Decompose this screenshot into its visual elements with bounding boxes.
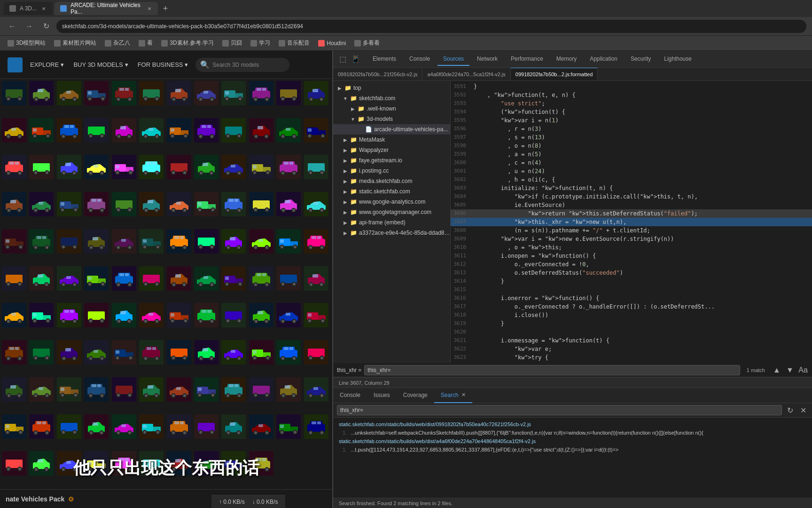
nav-business[interactable]: FOR BUSINESS ▾ — [138, 61, 188, 68]
file-tab-3[interactable]: 09918202fa7b50b...2.js:formatted — [511, 68, 598, 81]
svg-rect-263 — [97, 199, 101, 202]
tab-2-close[interactable]: ✕ — [147, 5, 152, 12]
svg-point-222 — [266, 171, 269, 174]
tab-2[interactable]: ARCADE: Ultimate Vehicles Pa... ✕ — [55, 2, 158, 15]
svg-point-795 — [7, 468, 10, 470]
svg-point-228 — [293, 172, 296, 175]
devtools-tab-lighthouse[interactable]: Lighthouse — [658, 53, 697, 66]
tree-item-wappalyzer[interactable]: ▶ 📁 Wappalyzer — [333, 145, 450, 155]
tree-item-google-analytics[interactable]: ▶ 📁 www.google-analytics.com — [333, 197, 450, 207]
vehicle-cell — [29, 192, 54, 216]
bookmark-misc-icon — [105, 40, 111, 47]
refresh-button[interactable]: ↻ — [39, 20, 53, 33]
devtools-inspect-icon[interactable]: ⬚ — [337, 54, 348, 65]
svg-point-434 — [156, 283, 158, 286]
devtools-tab-elements[interactable]: Elements — [367, 53, 402, 66]
svg-rect-196 — [147, 162, 151, 165]
svg-rect-414 — [66, 276, 71, 279]
bookmark-3d-models[interactable]: 3D模型网站 — [4, 38, 49, 48]
search-match-case-button[interactable]: Aa — [798, 365, 808, 375]
tree-file-icon-arcade: 📄 — [365, 126, 372, 133]
bookmark-images[interactable]: 素材图片网站 — [50, 38, 100, 48]
site-search[interactable]: 🔍 Search 3D models — [195, 58, 289, 72]
line-number: 3598 — [451, 142, 472, 150]
search-tab-close[interactable]: ✕ — [461, 392, 466, 398]
url-bar[interactable]: sketchfab.com/3d-models/arcade-ultimate-… — [56, 20, 806, 33]
bottom-tab-search[interactable]: Search ✕ — [434, 388, 472, 403]
tree-item-top[interactable]: ▶ 📁 top — [333, 83, 450, 93]
tree-item-static[interactable]: ▶ 📁 static.sketchfab.com — [333, 186, 450, 197]
devtools-tab-application[interactable]: Application — [584, 53, 623, 66]
search-prev-button[interactable]: ▲ — [772, 365, 782, 375]
svg-point-234 — [309, 171, 312, 174]
tab-1[interactable]: A 3D... ✕ — [4, 2, 53, 15]
vehicle-cell — [249, 81, 273, 105]
svg-point-308 — [292, 209, 295, 212]
bookmark-bei[interactable]: 贝囧 — [219, 38, 246, 48]
devtools-tab-network[interactable]: Network — [471, 53, 503, 66]
back-button[interactable]: ← — [6, 20, 19, 33]
file-tab-2[interactable]: a4a6f00de224a70...5ca1f2f4-v2.js — [422, 68, 510, 81]
vehicle-cell — [29, 155, 54, 179]
svg-point-642 — [34, 394, 37, 397]
tab-1-close[interactable]: ✕ — [40, 5, 47, 12]
tree-item-gtm[interactable]: ▶ 📁 www.googletagmanager.com — [333, 207, 450, 217]
search-clear-button[interactable]: ✕ — [798, 405, 808, 415]
search-input-area[interactable]: this_xhr= — [364, 365, 740, 375]
search-next-button[interactable]: ▼ — [785, 365, 795, 375]
tree-item-sketchfab[interactable]: ▼ 📁 sketchfab.com — [333, 93, 450, 103]
devtools-device-icon[interactable]: 📱 — [350, 54, 361, 65]
svg-point-129 — [211, 135, 213, 138]
devtools-tab-performance[interactable]: Performance — [505, 53, 549, 66]
tree-item-faye[interactable]: ▶ 📁 faye.getstream.io — [333, 155, 450, 166]
nav-buy[interactable]: BUY 3D MODELS ▾ — [73, 61, 128, 68]
svg-rect-270 — [116, 201, 120, 205]
bottom-tab-coverage[interactable]: Coverage — [397, 388, 434, 403]
search-result-file-1[interactable]: static.sketchfab.com/static/builds/web/d… — [335, 420, 810, 429]
bottom-search-input[interactable]: this_xhr= — [337, 405, 782, 415]
tree-item-uuid[interactable]: ▶ 📁 a3372ace-e9e4-4e5c-85da-ddad82... — [333, 228, 450, 238]
search-result-line-1[interactable]: 1. ...unksketchfab=self.webpackChunksSke… — [335, 429, 810, 437]
search-refresh-button[interactable]: ↻ — [785, 405, 795, 415]
tree-item-api-frame[interactable]: ▶ 📁 api-frame (embed) — [333, 217, 450, 228]
bottom-tab-console[interactable]: Console — [333, 388, 367, 403]
nav-business-label: FOR BUSINESS — [138, 61, 183, 68]
svg-rect-421 — [88, 277, 92, 280]
code-editor[interactable]: 35843585 "kw">return i.call(r, !1)358635… — [451, 81, 812, 363]
forward-button[interactable]: → — [23, 20, 36, 33]
bookmark-more[interactable]: 多看看 — [351, 38, 383, 48]
bookmark-watch[interactable]: 看 — [135, 38, 156, 48]
new-tab-button[interactable]: + — [160, 3, 171, 14]
bookmark-learn[interactable]: 学习 — [247, 38, 274, 48]
file-tab-1[interactable]: 09918202fa7b50b...21f256cb-v2.js — [333, 68, 422, 81]
bookmark-houdini[interactable]: Houdini — [314, 39, 350, 48]
tree-item-wellknown[interactable]: ▶ 📁 .well-known — [333, 103, 450, 114]
nav-explore[interactable]: EXPLORE ▾ — [30, 61, 64, 68]
bottom-tab-issues[interactable]: Issues — [367, 388, 397, 403]
devtools-tab-memory[interactable]: Memory — [551, 53, 582, 66]
vehicle-cell — [84, 118, 109, 143]
bookmark-3d-ref[interactable]: 3D素材.参考.学习 — [157, 38, 218, 48]
code-line: 3616 i.onerror = "kw">function() { — [451, 294, 812, 302]
svg-point-783 — [294, 431, 297, 434]
devtools-tab-console[interactable]: Console — [404, 53, 436, 66]
tree-item-media[interactable]: ▶ 📁 media.sketchfab.com — [333, 176, 450, 186]
tree-item-metamask[interactable]: ▶ 📁 MetaMask — [333, 135, 450, 145]
search-result-line-2[interactable]: 1. ...t.push([[1124,473,1914,223,927,685… — [335, 446, 810, 453]
svg-rect-223 — [253, 165, 257, 168]
devtools-tab-sources[interactable]: Sources — [437, 53, 469, 66]
bookmark-music[interactable]: 音乐配音 — [275, 38, 313, 48]
svg-rect-84 — [11, 128, 16, 131]
devtools-tab-security[interactable]: Security — [625, 53, 656, 66]
line-content: , s = n(13) — [472, 133, 812, 142]
tree-item-ipostimg[interactable]: ▶ 📁 i.postimg.cc — [333, 166, 450, 176]
tree-arrow-faye: ▶ — [343, 158, 348, 163]
vehicle-cell — [84, 451, 109, 476]
bookmark-misc[interactable]: 杂乙八 — [101, 38, 134, 48]
tree-item-3dmodels[interactable]: ▼ 📁 3d-models — [333, 114, 450, 124]
search-result-file-2[interactable]: static.sketchfab.com/static/builds/web/d… — [335, 437, 810, 446]
tree-item-arcade[interactable]: 📄 arcade-ultimate-vehicles-pa... — [333, 124, 450, 135]
svg-point-510 — [144, 320, 147, 323]
svg-point-708 — [309, 394, 312, 397]
file-tree[interactable]: ▶ 📁 top ▼ 📁 sketchfab.com ▶ 📁 .well-know… — [333, 81, 451, 363]
